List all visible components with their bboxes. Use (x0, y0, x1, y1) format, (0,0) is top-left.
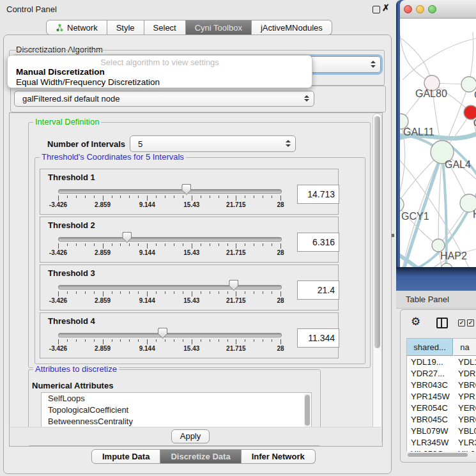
tick-mark (280, 291, 281, 296)
column-header-name[interactable]: na (454, 339, 476, 356)
float-icon[interactable] (372, 6, 380, 13)
attribute-list-item[interactable]: SelfLoops (42, 393, 311, 404)
divider-handle[interactable] (392, 234, 394, 237)
zoom-traffic-icon[interactable] (428, 5, 436, 13)
threshold-value-field[interactable]: 6.316 (297, 233, 339, 252)
tick-mark (254, 243, 254, 246)
table-data-combo[interactable]: galFiltered.sif default node (14, 91, 314, 107)
checkbox-icon[interactable]: ✓ (458, 319, 465, 326)
tick-label: 9.144 (133, 201, 161, 208)
threshold-row-4: Threshold 4-3.4262.8599.14415.4321.71528… (40, 312, 339, 358)
tick-mark (67, 243, 68, 246)
vertical-scrollbar[interactable] (372, 113, 382, 445)
table-cell[interactable]: YDL19... (411, 357, 443, 368)
tick-mark (147, 339, 148, 344)
table-cell[interactable]: YBR0 (458, 380, 476, 391)
column-header-shared-name[interactable]: shared... (407, 339, 453, 356)
tick-mark (94, 339, 95, 342)
close-icon[interactable]: ✗ (382, 3, 390, 13)
tick-mark (67, 339, 68, 342)
tab-infer-network[interactable]: Infer Network (242, 449, 316, 464)
scrollbar-thumb[interactable] (408, 453, 468, 457)
close-traffic-icon[interactable] (404, 5, 412, 13)
threshold-value-field[interactable]: 11.344 (297, 328, 339, 348)
tab-impute-data[interactable]: Impute Data (91, 449, 160, 464)
tab-label: Network (67, 23, 98, 33)
table-cell[interactable]: YBR0 (458, 414, 476, 426)
tick-mark (272, 243, 272, 246)
split-view-icon[interactable] (436, 318, 448, 328)
tab-select[interactable]: Select (144, 20, 186, 35)
slider-track[interactable] (58, 189, 282, 194)
gear-icon[interactable]: ⚙ (411, 315, 420, 328)
scrollbar-thumb[interactable] (374, 116, 380, 348)
apply-button[interactable]: Apply (171, 429, 210, 443)
table-cell[interactable]: YER054C (411, 403, 448, 414)
tick-label: 15.43 (178, 201, 206, 208)
network-canvas[interactable]: GAL80GACGAL11GAL4GCY1HHAP2 (400, 19, 476, 267)
tick-label: 21.715 (222, 345, 250, 352)
node-label: HAP2 (440, 250, 467, 261)
network-node-gcy1[interactable] (400, 197, 404, 212)
network-icon (56, 24, 64, 32)
table-cell[interactable]: YDR27... (411, 368, 445, 380)
checkbox-icon[interactable]: ✓ (467, 319, 474, 326)
attribute-list-item[interactable]: TopologicalCoefficient (42, 404, 311, 416)
tick-mark (76, 291, 77, 294)
threshold-label: Threshold 3 (48, 268, 95, 278)
network-edge[interactable] (400, 35, 432, 83)
horizontal-scrollbar[interactable] (406, 452, 476, 457)
tick-label: 2.859 (89, 249, 117, 256)
table-cell[interactable]: YER0 (458, 403, 476, 414)
network-node-hap2[interactable] (432, 239, 445, 252)
table-cell[interactable]: YLR3 (458, 437, 476, 449)
tick-mark (183, 243, 183, 246)
threshold-value-field[interactable]: 14.713 (297, 185, 339, 204)
tick-mark (103, 196, 104, 201)
slider-track[interactable] (58, 333, 282, 337)
table-cell[interactable]: YBL0 (458, 426, 476, 437)
tick-mark (245, 339, 245, 342)
tick-mark (280, 339, 281, 344)
table-cell[interactable]: YDL1 (458, 357, 476, 368)
list-scrollbar[interactable] (304, 394, 311, 427)
slider-track[interactable] (58, 285, 282, 289)
tick-mark (174, 243, 174, 246)
threshold-value-field[interactable]: 21.4 (297, 280, 339, 300)
tick-mark (165, 243, 165, 246)
network-view-window[interactable]: GAL80GACGAL11GAL4GCY1HHAP2 (396, 0, 476, 291)
tab-style[interactable]: Style (107, 20, 144, 35)
minimize-traffic-icon[interactable] (416, 5, 424, 13)
tick-mark (112, 291, 112, 294)
table-cell[interactable]: YPR145W (411, 391, 450, 403)
network-edge[interactable] (403, 38, 476, 80)
attribute-list-item[interactable]: BetweennessCentrality (42, 416, 311, 427)
table-cell[interactable]: YBL079W (411, 426, 449, 437)
num-intervals-combo[interactable]: 5 (130, 135, 296, 152)
network-graph[interactable]: GAL80GACGAL11GAL4GCY1HHAP2 (400, 19, 476, 267)
table-cell[interactable]: YDR2 (458, 368, 476, 380)
tick-mark (120, 339, 121, 342)
tick-mark (263, 196, 263, 198)
node-table[interactable]: shared...naYDL19...YDL1YDR27...YDR2YBR04… (406, 338, 476, 453)
table-cell[interactable]: YPR1 (458, 391, 476, 403)
tick-mark (129, 243, 130, 246)
slider-track[interactable] (58, 237, 282, 242)
table-cell[interactable]: YBR045C (411, 414, 448, 426)
network-window-titlebar[interactable] (400, 0, 476, 19)
tick-mark (192, 339, 192, 344)
panel-title: Control Panel (6, 4, 57, 14)
node-label: H (473, 209, 476, 220)
tick-mark (58, 291, 59, 296)
tab-jactivemnodules[interactable]: jActiveMNodules (252, 20, 332, 35)
table-cell[interactable]: YBR043C (411, 380, 448, 391)
tick-label: 9.144 (133, 249, 161, 256)
numerical-attributes-list[interactable]: SelfLoopsTopologicalCoefficientBetweenne… (41, 392, 312, 428)
tab-network[interactable]: Network (46, 20, 107, 35)
tab-discretize-data[interactable]: Discretize Data (160, 449, 241, 464)
tab-cyni-toolbox[interactable]: Cyni Toolbox (186, 20, 252, 35)
tick-mark (156, 196, 157, 198)
table-cell[interactable]: YLR345W (411, 437, 449, 449)
popup-item-equal-width[interactable]: Equal Width/Frequency Discretization (16, 77, 160, 87)
popup-item-manual-discretization[interactable]: Manual Discretization (16, 67, 105, 77)
